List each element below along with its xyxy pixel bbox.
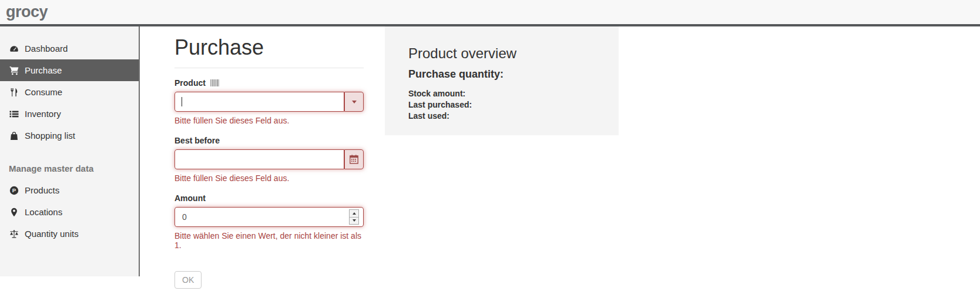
last-purchased-label: Last purchased: xyxy=(408,99,595,111)
map-marker-icon xyxy=(9,208,19,217)
page-title: Purchase xyxy=(174,35,364,60)
product-overview-panel: Product overview Purchase quantity: Stoc… xyxy=(385,26,619,135)
sidebar-item-label: Products xyxy=(25,185,59,195)
stock-amount-label: Stock amount: xyxy=(408,88,595,99)
sidebar-item-label: Consume xyxy=(25,87,62,97)
sidebar-item-label: Locations xyxy=(25,207,62,217)
sidebar: Dashboard Purchase Consume Inventory xyxy=(0,26,140,276)
sidebar-item-purchase[interactable]: Purchase xyxy=(0,59,139,81)
main-content: Purchase Product xyxy=(140,26,980,276)
spinner-up-icon[interactable] xyxy=(350,210,358,218)
cart-icon xyxy=(9,66,19,75)
best-before-label: Best before xyxy=(174,136,220,145)
sidebar-item-shopping-list[interactable]: Shopping list xyxy=(0,125,139,146)
sidebar-item-quantity-units[interactable]: Quantity units xyxy=(0,223,139,245)
chevron-down-icon xyxy=(352,101,357,103)
dashboard-icon xyxy=(9,44,19,54)
product-input[interactable] xyxy=(174,92,344,112)
overview-title: Product overview xyxy=(408,45,595,62)
sidebar-item-label: Quantity units xyxy=(25,229,79,239)
svg-text:P: P xyxy=(12,187,16,193)
sidebar-item-consume[interactable]: Consume xyxy=(0,81,139,103)
amount-form-group: Amount Bitte wählen Sie einen Wert, der … xyxy=(174,193,364,250)
text-cursor xyxy=(182,97,182,106)
sidebar-item-label: Purchase xyxy=(25,65,62,75)
product-combobox xyxy=(174,92,364,112)
amount-error: Bitte wählen Sie einen Wert, der nicht k… xyxy=(174,231,364,250)
utensils-icon xyxy=(9,88,19,97)
sidebar-item-label: Dashboard xyxy=(25,44,68,54)
spinner-down-icon[interactable] xyxy=(350,218,358,225)
title-divider xyxy=(174,68,364,68)
best-before-form-group: Best before Bitte füllen Sie dieses Feld… xyxy=(174,136,364,183)
calendar-icon xyxy=(350,155,358,164)
purchase-form: Purchase Product xyxy=(174,26,364,289)
calendar-button[interactable] xyxy=(344,149,364,169)
scale-icon xyxy=(9,229,19,239)
amount-label: Amount xyxy=(174,193,206,203)
sidebar-item-label: Inventory xyxy=(25,109,61,119)
amount-spinner[interactable] xyxy=(349,209,359,225)
grocy-app: grocy Dashboard Purchase Consume xyxy=(0,0,980,276)
sidebar-item-locations[interactable]: Locations xyxy=(0,201,139,223)
purchase-quantity-label: Purchase quantity: xyxy=(408,68,595,81)
best-before-input[interactable] xyxy=(174,149,344,169)
product-label: Product xyxy=(174,78,206,88)
app-header: grocy xyxy=(0,0,980,26)
barcode-icon xyxy=(210,79,219,86)
sidebar-item-products[interactable]: P Products xyxy=(0,179,139,201)
sidebar-item-label: Shopping list xyxy=(25,131,75,141)
product-p-icon: P xyxy=(9,186,19,195)
product-error: Bitte füllen Sie dieses Feld aus. xyxy=(174,116,364,125)
amount-input[interactable] xyxy=(174,207,364,227)
ok-button[interactable]: OK xyxy=(174,271,202,289)
best-before-picker xyxy=(174,149,364,169)
sidebar-item-inventory[interactable]: Inventory xyxy=(0,103,139,125)
list-icon xyxy=(9,109,19,119)
shopping-bag-icon xyxy=(9,131,19,141)
sidebar-item-dashboard[interactable]: Dashboard xyxy=(0,38,139,59)
product-form-group: Product Bitte füllen Sie dieses Feld aus… xyxy=(174,78,364,125)
last-used-label: Last used: xyxy=(408,111,595,122)
sidebar-section-master-data: Manage master data xyxy=(0,158,139,179)
best-before-error: Bitte füllen Sie dieses Feld aus. xyxy=(174,173,364,183)
product-dropdown-button[interactable] xyxy=(344,92,364,112)
grocy-logo: grocy xyxy=(6,4,48,20)
